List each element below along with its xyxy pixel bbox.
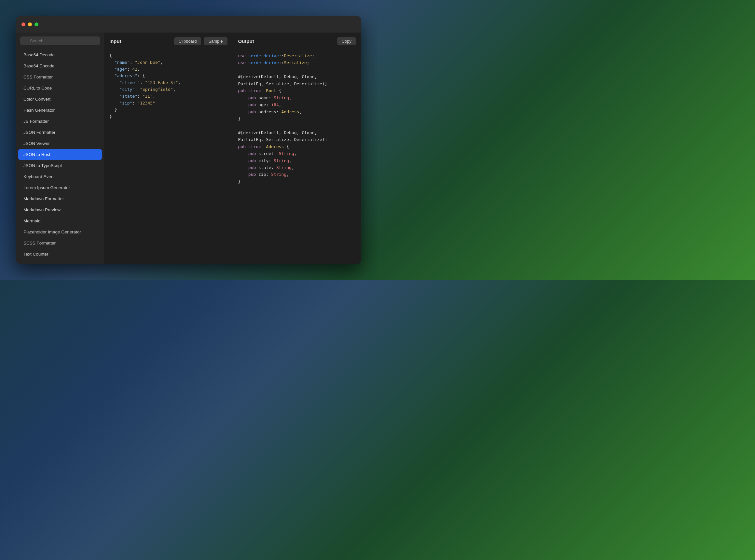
output-header-buttons: Copy (337, 37, 356, 45)
sidebar-item-json-viewer[interactable]: JSON Viewer (18, 138, 102, 149)
sidebar-item-markdown-preview[interactable]: Markdown Preview (18, 204, 102, 215)
maximize-button[interactable] (35, 22, 38, 26)
search-container (16, 33, 104, 48)
sidebar-item-text-counter[interactable]: Text Counter (18, 249, 102, 259)
sidebar-item-lorem-ipsum[interactable]: Lorem Ipsum Generator (18, 182, 102, 193)
sidebar-item-zod-to-typescript[interactable]: Zod to TypeScript (18, 260, 102, 264)
copy-button[interactable]: Copy (337, 37, 356, 45)
sidebar-item-markdown-formatter[interactable]: Markdown Formatter (18, 194, 102, 204)
output-panel-title: Output (238, 38, 254, 44)
output-content[interactable]: use serde_derive::Deserialize; use serde… (233, 50, 362, 264)
sidebar-item-mermaid[interactable]: Mermaid (18, 216, 102, 226)
sidebar-item-hash-generator[interactable]: Hash Generator (18, 105, 102, 116)
sidebar-item-color-convert[interactable]: Color Convert (18, 94, 102, 104)
sidebar-item-keyboard-event[interactable]: Keyboard Event (18, 171, 102, 182)
sidebar-list: Base64 DecodeBase64 EncodeCSS FormatterC… (16, 48, 104, 264)
close-button[interactable] (21, 22, 25, 26)
sidebar-item-json-formatter[interactable]: JSON Formatter (18, 127, 102, 138)
sidebar-item-css-formatter[interactable]: CSS Formatter (18, 72, 102, 82)
sidebar-item-curl-to-code[interactable]: CURL to Code (18, 83, 102, 94)
input-header-buttons: Clipboard Sample (174, 37, 227, 45)
input-panel-header: Input Clipboard Sample (104, 33, 233, 50)
title-bar (16, 16, 361, 33)
search-input[interactable] (20, 37, 100, 45)
sidebar-item-js-formatter[interactable]: JS Formatter (18, 116, 102, 127)
sample-button[interactable]: Sample (204, 37, 227, 45)
sidebar-item-base64-decode[interactable]: Base64 Decode (18, 49, 102, 60)
traffic-lights (21, 22, 38, 26)
sidebar-item-placeholder-image[interactable]: Placeholder Image Generator (18, 226, 102, 237)
sidebar-item-base64-encode[interactable]: Base64 Encode (18, 61, 102, 71)
input-content[interactable]: { "name": "John Doe", "age": 42, "addres… (104, 50, 233, 264)
input-panel: Input Clipboard Sample { "name": "John D… (104, 33, 233, 264)
minimize-button[interactable] (28, 22, 32, 26)
output-panel-header: Output Copy (233, 33, 362, 50)
input-panel-title: Input (109, 38, 121, 44)
sidebar-item-json-to-typescript[interactable]: JSON to TypeScript (18, 160, 102, 171)
output-panel: Output Copy use serde_derive::Deserializ… (233, 33, 362, 264)
sidebar-item-scss-formatter[interactable]: SCSS Formatter (18, 238, 102, 248)
search-wrapper (20, 37, 100, 45)
sidebar: Base64 DecodeBase64 EncodeCSS FormatterC… (16, 33, 104, 264)
clipboard-button[interactable]: Clipboard (174, 37, 201, 45)
sidebar-item-json-to-rust[interactable]: JSON to Rust (18, 149, 102, 160)
main-content: Base64 DecodeBase64 EncodeCSS FormatterC… (16, 33, 361, 264)
app-window: Base64 DecodeBase64 EncodeCSS FormatterC… (16, 16, 361, 264)
